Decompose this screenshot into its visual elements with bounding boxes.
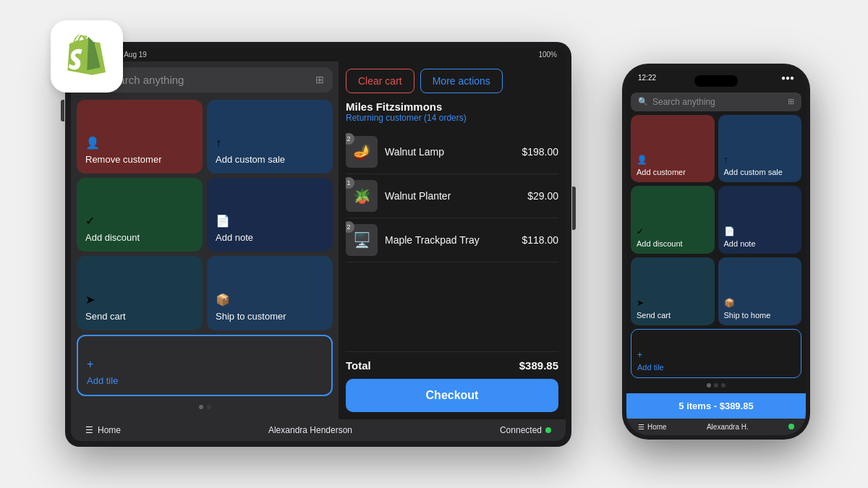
- phone-tile-ship-to-home-icon: 📦: [724, 298, 796, 308]
- phone-tiles-grid: 👤 Add customer ↑ Add custom sale ✓ Add d…: [631, 115, 801, 325]
- tile-remove-customer-icon: 👤: [85, 136, 194, 150]
- cart-item-img-walnut-lamp: 🪔 2: [346, 136, 378, 168]
- tile-remove-customer-label: Remove customer: [85, 154, 194, 165]
- phone-search-bar[interactable]: 🔍 Search anything ⊞: [631, 93, 801, 111]
- phone-tile-add-discount[interactable]: ✓ Add discount: [631, 186, 715, 254]
- phone-tile-ship-to-home[interactable]: 📦 Ship to home: [718, 257, 802, 325]
- tile-send-cart[interactable]: ➤ Send cart: [77, 256, 203, 330]
- tile-add-discount-label: Add discount: [85, 232, 194, 243]
- cart-item-maple-tray: 🖥️ 2 Maple Trackpad Tray $118.00: [346, 218, 558, 262]
- tablet-status-bar: 9:48 AM Mon Aug 19 100%: [71, 48, 566, 61]
- tablet-connected-label: Connected: [500, 425, 542, 435]
- dot-1: [199, 405, 203, 409]
- tablet-right-panel: Clear cart More actions Miles Fitzsimmon…: [339, 61, 566, 419]
- phone-search-placeholder: Search anything: [652, 97, 715, 107]
- phone-screen: 12:22 ●●● 🔍 Search anything ⊞ 👤 Add cust…: [626, 68, 806, 435]
- phone-dot-1: [707, 383, 711, 388]
- tablet-bottom-bar: ☰ Home Alexandra Henderson Connected: [71, 419, 566, 441]
- tile-add-tile-label: Add tile: [87, 375, 323, 386]
- cart-total: Total $389.85: [346, 351, 558, 379]
- tile-add-note[interactable]: 📄 Add note: [207, 178, 333, 252]
- phone-home-nav[interactable]: ☰ Home: [638, 423, 667, 431]
- cart-item-name-walnut-lamp: Walnut Lamp: [385, 146, 514, 158]
- phone-bottom-bar: ☰ Home Alexandra H.: [626, 419, 806, 435]
- phone-tile-ship-to-home-label: Ship to home: [724, 311, 796, 320]
- tile-ship-to-customer-icon: 📦: [216, 293, 324, 307]
- phone-tile-add-customer-label: Add customer: [637, 168, 709, 176]
- phone-signal: ●●●: [781, 74, 794, 82]
- tile-add-tile-icon: +: [87, 358, 323, 371]
- tile-add-custom-sale[interactable]: ↑ Add custom sale: [207, 100, 333, 174]
- phone-user-label: Alexandra H.: [707, 423, 749, 431]
- phone-tile-add-label: Add tile: [637, 363, 795, 372]
- tablet-tiles-grid: 👤 Remove customer ↑ Add custom sale ✓ Ad…: [77, 100, 333, 330]
- phone-content: 🔍 Search anything ⊞ 👤 Add customer ↑ Add…: [626, 88, 806, 393]
- phone-tile-add-note-label: Add note: [724, 239, 796, 248]
- customer-sub: Returning customer (14 orders): [346, 113, 558, 123]
- cart-item-walnut-lamp: 🪔 2 Walnut Lamp $198.00: [346, 130, 558, 174]
- tile-add-tile[interactable]: + Add tile: [77, 335, 333, 396]
- tablet-device: 9:48 AM Mon Aug 19 100% 🔍 Search anythin…: [65, 42, 571, 447]
- total-amount: $389.85: [519, 359, 558, 372]
- hamburger-icon: ☰: [85, 425, 93, 435]
- tile-add-custom-sale-icon: ↑: [216, 137, 324, 150]
- more-actions-button[interactable]: More actions: [420, 69, 503, 93]
- phone-device: 12:22 ●●● 🔍 Search anything ⊞ 👤 Add cust…: [622, 64, 810, 440]
- phone-tile-add-customer[interactable]: 👤 Add customer: [631, 115, 715, 183]
- tablet-home-nav[interactable]: ☰ Home: [85, 425, 121, 435]
- cart-item-img-maple-tray: 🖥️ 2: [346, 224, 378, 256]
- cart-item-name-maple-tray: Maple Trackpad Tray: [385, 234, 514, 246]
- phone-status-bar: 12:22 ●●●: [626, 68, 806, 88]
- cart-item-walnut-planter: 🪴 1 Walnut Planter $29.00: [346, 174, 558, 218]
- tablet-status: Connected: [500, 425, 551, 435]
- tile-ship-to-customer[interactable]: 📦 Ship to customer: [207, 256, 333, 330]
- phone-dot-2: [714, 383, 718, 388]
- phone-dot-3: [721, 383, 726, 388]
- phone-tile-add-customer-icon: 👤: [637, 155, 709, 165]
- phone-checkout-bar[interactable]: 5 items - $389.85: [626, 393, 806, 419]
- phone-grid-icon: ⊞: [788, 97, 794, 106]
- phone-notch: [694, 75, 738, 87]
- phone-tile-send-cart[interactable]: ➤ Send cart: [631, 257, 715, 325]
- clear-cart-button[interactable]: Clear cart: [346, 69, 414, 93]
- tile-add-discount[interactable]: ✓ Add discount: [77, 178, 203, 252]
- tile-add-note-icon: 📄: [216, 214, 324, 228]
- tablet-pagination: [77, 401, 333, 414]
- dot-2: [207, 405, 211, 409]
- connected-dot: [545, 427, 551, 433]
- cart-item-price-walnut-planter: $29.00: [527, 190, 558, 202]
- tile-remove-customer[interactable]: 👤 Remove customer: [77, 100, 203, 174]
- phone-time: 12:22: [638, 74, 656, 82]
- checkout-button[interactable]: Checkout: [346, 379, 558, 412]
- grid-icon: ⊞: [315, 74, 324, 85]
- cart-items-list: 🪔 2 Walnut Lamp $198.00 🪴 1 Walnut Pl: [346, 130, 558, 351]
- tablet-home-label: Home: [98, 425, 121, 435]
- tile-send-cart-label: Send cart: [85, 311, 194, 322]
- tile-add-custom-sale-label: Add custom sale: [216, 154, 324, 165]
- tile-add-discount-icon: ✓: [85, 214, 194, 228]
- tile-send-cart-icon: ➤: [85, 293, 194, 307]
- tablet-battery: 100%: [538, 51, 557, 59]
- tile-ship-to-customer-label: Ship to customer: [216, 311, 324, 322]
- phone-tile-add-note[interactable]: 📄 Add note: [718, 186, 802, 254]
- tile-add-note-label: Add note: [216, 232, 324, 243]
- total-label: Total: [346, 359, 371, 372]
- customer-info: Miles Fitzsimmons Returning customer (14…: [346, 100, 558, 123]
- cart-item-img-walnut-planter: 🪴 1: [346, 180, 378, 212]
- phone-tile-add-tile[interactable]: + Add tile: [631, 329, 801, 378]
- cart-item-price-maple-tray: $118.00: [522, 234, 558, 246]
- phone-search-icon: 🔍: [638, 97, 648, 106]
- phone-tile-add-custom-sale[interactable]: ↑ Add custom sale: [718, 115, 802, 183]
- phone-tile-add-discount-icon: ✓: [637, 226, 709, 236]
- phone-connected-dot: [788, 424, 794, 429]
- phone-pagination: [631, 382, 801, 389]
- cart-item-price-walnut-lamp: $198.00: [522, 146, 558, 158]
- tablet-screen: 9:48 AM Mon Aug 19 100% 🔍 Search anythin…: [71, 48, 566, 441]
- phone-tile-add-note-icon: 📄: [724, 226, 796, 236]
- phone-hamburger-icon: ☰: [638, 423, 644, 431]
- tablet-user-label: Alexandra Henderson: [268, 425, 352, 435]
- customer-name: Miles Fitzsimmons: [346, 100, 558, 113]
- shopify-logo-badge: [51, 20, 123, 93]
- cart-item-name-walnut-planter: Walnut Planter: [385, 190, 520, 202]
- phone-tile-add-discount-label: Add discount: [637, 239, 709, 248]
